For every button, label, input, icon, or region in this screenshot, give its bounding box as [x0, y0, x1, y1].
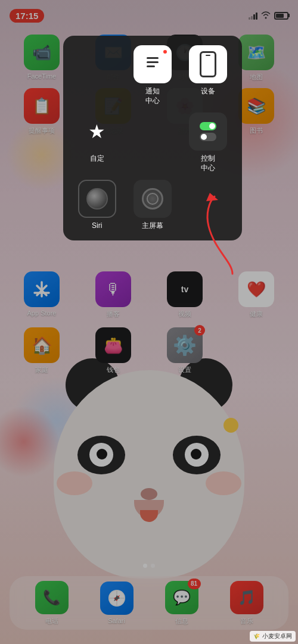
menu-homescreen-label: 主屏幕 [142, 221, 163, 231]
home-button-icon [142, 188, 163, 210]
menu-siri[interactable]: Siri [73, 180, 121, 231]
context-menu: 通知中心 设备 ★ 自定 [63, 36, 242, 240]
menu-control-label: 控制中心 [201, 154, 215, 173]
svg-rect-6 [147, 65, 155, 67]
menu-control-center[interactable]: 控制中心 [184, 112, 232, 173]
menu-device-label: 设备 [201, 87, 215, 96]
menu-homescreen[interactable]: 主屏幕 [128, 180, 176, 231]
notification-dot [162, 49, 168, 55]
watermark: 🌾 小麦安卓网 [250, 631, 296, 642]
svg-rect-5 [147, 61, 159, 63]
star-icon: ★ [88, 120, 105, 143]
menu-customize[interactable]: ★ 自定 [73, 112, 121, 173]
device-phone-icon [200, 51, 216, 77]
menu-notification-label: 通知中心 [145, 87, 160, 105]
siri-icon [86, 188, 108, 210]
menu-customize-label: 自定 [90, 154, 104, 164]
svg-rect-4 [147, 57, 159, 59]
menu-siri-label: Siri [92, 221, 102, 231]
menu-device[interactable]: 设备 [184, 45, 232, 105]
menu-notification-center[interactable]: 通知中心 [128, 45, 176, 105]
watermark-text: 小麦安卓网 [262, 632, 292, 640]
control-icon [200, 122, 216, 141]
